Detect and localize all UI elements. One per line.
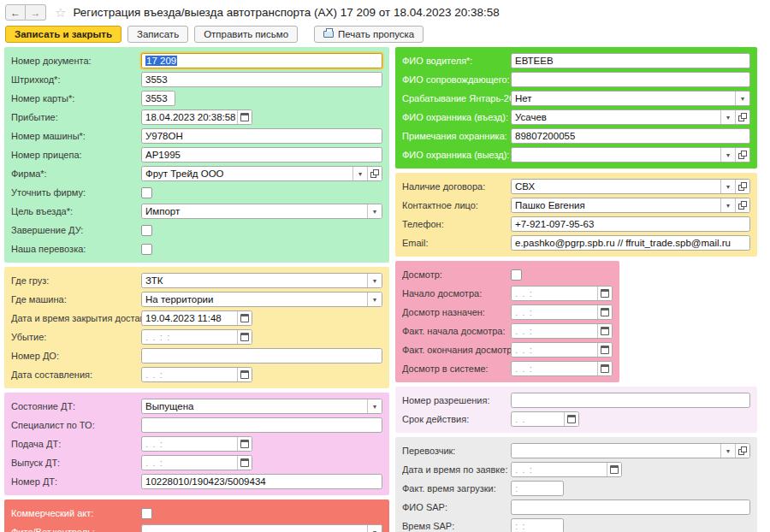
to-specialist-input[interactable] bbox=[141, 417, 382, 433]
dropdown-arrow-icon[interactable]: ▾ bbox=[720, 180, 735, 193]
dt-number-input[interactable]: 10228010/190423/5009434 bbox=[141, 474, 382, 489]
escort-name-label: ФИО сопровождающего: bbox=[402, 74, 511, 85]
guard-exit-combo-open-field[interactable]: ▾ bbox=[511, 147, 750, 163]
firm-combo-open-field[interactable]: Фрут Трейд ООО▾ bbox=[141, 166, 382, 181]
carrier-combo-open-field[interactable]: ▾ bbox=[511, 443, 750, 458]
email-input[interactable]: e.pashko@pgrp.spb.ru // ffruit_trade.spb… bbox=[511, 235, 750, 251]
field-row-inspection-system: Досмотр в системе:. . : bbox=[402, 359, 613, 378]
do-number-input[interactable] bbox=[141, 348, 382, 364]
barcode-value: 3553 bbox=[142, 73, 382, 86]
calendar-icon bbox=[240, 370, 249, 379]
loading-time-label: Факт. время загрузки: bbox=[402, 483, 511, 494]
dropdown-arrow-icon[interactable]: ▾ bbox=[367, 274, 382, 287]
inspection-assigned-date-field[interactable]: . . : bbox=[511, 304, 613, 320]
send-letter-button[interactable]: Отправить письмо bbox=[194, 26, 298, 43]
driver-name-input[interactable]: ЕВТЕЕВ bbox=[511, 53, 750, 68]
delivery-close-date-field[interactable]: 19.04.2023 11:48 bbox=[141, 310, 252, 326]
dt-state-combo-field[interactable]: Выпущена▾ bbox=[141, 399, 382, 414]
inspection-fact-start-calendar-button[interactable] bbox=[597, 324, 612, 338]
to-specialist-value bbox=[142, 418, 382, 432]
car-where-combo-field[interactable]: На территории▾ bbox=[141, 292, 382, 307]
contact-person-combo-open-field[interactable]: Пашко Евгения▾ bbox=[511, 198, 750, 213]
dt-release-calendar-button[interactable] bbox=[237, 456, 252, 470]
dropdown-arrow-icon[interactable]: ▾ bbox=[720, 198, 735, 212]
inspection-fact-start-date-field[interactable]: . . : bbox=[511, 323, 613, 339]
dropdown-arrow-icon[interactable]: ▾ bbox=[720, 444, 735, 458]
compile-date-date-field[interactable]: . . : bbox=[141, 367, 252, 382]
contract-combo-open-field[interactable]: СВХ▾ bbox=[511, 179, 750, 194]
validity-calendar-button[interactable] bbox=[564, 412, 578, 426]
compile-date-calendar-button[interactable] bbox=[237, 368, 252, 381]
our-transport-checkbox[interactable] bbox=[141, 244, 152, 255]
dt-release-date-field[interactable]: . . : bbox=[141, 455, 252, 470]
arrival-date-field[interactable]: 18.04.2023 20:38:58 bbox=[141, 109, 252, 125]
inspection-start-calendar-button[interactable] bbox=[597, 287, 612, 300]
doc-number-input[interactable]: 17 209 bbox=[141, 53, 382, 68]
guard-notes-input[interactable]: 89807200055 bbox=[511, 128, 750, 144]
entry-purpose-combo-field[interactable]: Импорт▾ bbox=[141, 204, 382, 219]
favorite-star-icon[interactable]: ☆ bbox=[55, 6, 66, 19]
dt-submission-date-field[interactable]: . . : bbox=[141, 436, 252, 452]
departure-calendar-button[interactable] bbox=[237, 330, 252, 344]
carrier-open-button[interactable] bbox=[735, 444, 749, 458]
inspection-assigned-calendar-button[interactable] bbox=[597, 305, 612, 319]
field-row-contract: Наличие договора:СВХ▾ bbox=[402, 177, 750, 196]
commercial-act-checkbox[interactable] bbox=[141, 508, 152, 519]
guard-exit-open-button[interactable] bbox=[735, 148, 749, 162]
dropdown-arrow-icon[interactable]: ▾ bbox=[367, 293, 382, 306]
yantar-trigger-combo-field[interactable]: Нет▾ bbox=[511, 91, 750, 106]
sap-name-input[interactable] bbox=[511, 499, 750, 515]
back-button[interactable]: ← bbox=[5, 4, 26, 21]
dropdown-arrow-icon[interactable]: ▾ bbox=[352, 167, 367, 180]
inspection-system-date-field[interactable]: . . : bbox=[511, 361, 613, 376]
validity-date-field[interactable]: . . bbox=[511, 411, 579, 427]
field-row-inspection-fact-start: Факт. начала досмотра:. . : bbox=[402, 322, 613, 340]
inspection-start-date-field[interactable]: . . : bbox=[511, 286, 613, 301]
inspection-fact-end-date-field[interactable]: . . : bbox=[511, 342, 613, 358]
dropdown-arrow-icon[interactable]: ▾ bbox=[720, 110, 735, 124]
inspection-flag-checkbox[interactable] bbox=[511, 269, 522, 281]
dt-submission-label: Подача ДТ: bbox=[11, 439, 141, 449]
sap-time-time-field[interactable]: : : bbox=[511, 518, 564, 532]
request-datetime-calendar-button[interactable] bbox=[607, 463, 621, 476]
inspection-fact-end-calendar-button[interactable] bbox=[597, 343, 612, 357]
departure-date-field[interactable]: . . : : bbox=[141, 329, 252, 345]
carrier-label: Перевозчик: bbox=[402, 446, 511, 456]
dropdown-arrow-icon[interactable]: ▾ bbox=[367, 204, 382, 218]
dropdown-arrow-icon[interactable]: ▾ bbox=[367, 399, 382, 413]
contact-person-open-button[interactable] bbox=[735, 198, 749, 212]
contract-open-button[interactable] bbox=[735, 180, 749, 193]
save-button[interactable]: Записать bbox=[127, 26, 188, 43]
inspection-system-calendar-button[interactable] bbox=[597, 362, 612, 375]
du-completion-checkbox[interactable] bbox=[141, 225, 152, 236]
permit-number-input[interactable] bbox=[511, 393, 750, 408]
phone-input[interactable]: +7-921-097-95-63 bbox=[511, 216, 750, 232]
phyto-vet-combo-field[interactable]: ▾ bbox=[141, 524, 382, 532]
dropdown-arrow-icon[interactable]: ▾ bbox=[720, 148, 735, 162]
open-icon bbox=[738, 113, 747, 121]
guard-entry-open-button[interactable] bbox=[735, 110, 749, 124]
forward-button[interactable]: → bbox=[26, 4, 46, 21]
dt-submission-calendar-button[interactable] bbox=[237, 437, 252, 451]
car-number-input[interactable]: У978ОН bbox=[141, 128, 382, 144]
field-row-loading-time: Факт. время загрузки:: bbox=[402, 479, 750, 498]
sap-name-value bbox=[512, 500, 749, 514]
arrival-calendar-button[interactable] bbox=[237, 110, 252, 124]
barcode-input[interactable]: 3553 bbox=[141, 72, 382, 87]
card-number-input[interactable]: 3553 bbox=[141, 91, 175, 106]
firm-open-button[interactable] bbox=[367, 167, 382, 180]
save-and-close-button[interactable]: Записать и закрыть bbox=[5, 26, 121, 43]
delivery-close-calendar-button[interactable] bbox=[237, 311, 252, 325]
loading-time-time-field[interactable]: : bbox=[511, 481, 564, 496]
clarify-firm-checkbox[interactable] bbox=[141, 187, 152, 198]
escort-name-input[interactable] bbox=[511, 72, 750, 87]
cargo-where-combo-field[interactable]: ЗТК▾ bbox=[141, 273, 382, 288]
print-pass-button[interactable]: Печать пропуска bbox=[314, 26, 424, 43]
request-datetime-date-field[interactable]: . . : bbox=[511, 462, 622, 477]
guard-entry-combo-open-field[interactable]: Усачев▾ bbox=[511, 109, 750, 125]
phyto-vet-value bbox=[142, 525, 367, 532]
departure-label: Убытие: bbox=[11, 332, 141, 342]
trailer-number-input[interactable]: АР1995 bbox=[141, 147, 382, 163]
dropdown-arrow-icon[interactable]: ▾ bbox=[735, 92, 749, 105]
dropdown-arrow-icon[interactable]: ▾ bbox=[367, 525, 382, 532]
